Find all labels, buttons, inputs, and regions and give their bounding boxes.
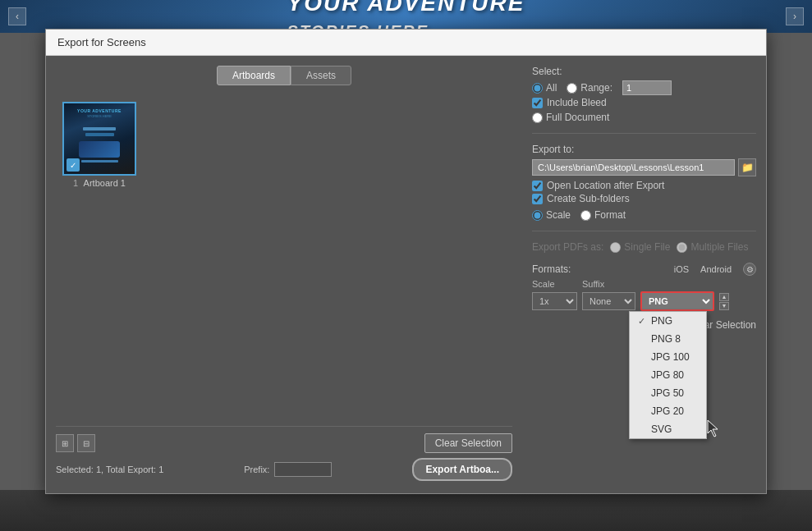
range-radio-label: Range:	[580, 82, 612, 94]
formats-right: iOS Android ⚙	[674, 263, 756, 276]
jpg50-label: JPG 50	[651, 387, 684, 399]
open-location-checkbox[interactable]: Open Location after Export	[532, 180, 756, 191]
png-label: PNG	[651, 315, 672, 327]
export-dialog: Export for Screens Artboards Assets YOUR…	[45, 29, 767, 494]
multiple-files-radio[interactable]: Multiple Files	[677, 241, 748, 253]
select-radio-group: All Range:	[532, 80, 756, 95]
open-location-check[interactable]	[532, 181, 543, 191]
scroll-down-arrow[interactable]: ▼	[719, 302, 729, 310]
jpg80-label: JPG 80	[651, 369, 684, 381]
artboard-checkbox[interactable]: ✓	[67, 158, 80, 172]
dialog-body: Artboards Assets YOUR ADVENTURE STORIES …	[46, 56, 766, 491]
jpg100-label: JPG 100	[651, 351, 690, 363]
dropdown-png[interactable]: ✓ PNG	[630, 312, 706, 330]
suffix-col-header: Suffix	[582, 279, 635, 289]
scale-radio-item[interactable]: Scale	[532, 209, 571, 221]
dropdown-png8[interactable]: PNG 8	[630, 330, 706, 348]
format-radio[interactable]	[580, 210, 591, 221]
range-input[interactable]	[622, 80, 672, 95]
artboard-label: 1 Artboard 1	[62, 178, 136, 188]
left-panel: Artboards Assets YOUR ADVENTURE STORIES …	[46, 56, 522, 491]
create-subfolders-checkbox[interactable]: Create Sub-folders	[532, 193, 756, 204]
view-icons: ⊞ ⊟	[56, 434, 95, 452]
full-doc-radio[interactable]	[532, 112, 543, 123]
divider-1	[532, 133, 756, 134]
range-radio[interactable]	[567, 83, 577, 94]
export-button[interactable]: Export Artboa...	[412, 458, 512, 481]
top-banner: ‹ YOUR ADVENTURE STORIES HERE ›	[0, 0, 812, 33]
prefix-area: Prefix:	[244, 462, 332, 477]
format-select[interactable]: PNG PNG 8 JPG 100 JPG 80 JPG 50 JPG 20 S…	[640, 291, 714, 311]
right-panel: Select: All Range: Include Bleed	[522, 56, 766, 491]
format-dropdown: ✓ PNG PNG 8 JPG 100 J	[629, 311, 707, 439]
formats-section: Formats: iOS Android ⚙ Scale Suffix 1x	[532, 263, 756, 311]
scroll-arrows: ▲ ▼	[719, 293, 729, 310]
prefix-label: Prefix:	[244, 465, 269, 474]
clear-selection-button[interactable]: Clear Selection	[424, 433, 512, 453]
all-radio[interactable]	[532, 83, 543, 94]
export-pdfs-row: Export PDFs as: Single File Multiple Fil…	[532, 241, 756, 253]
right-nav-arrow[interactable]: ›	[786, 7, 804, 25]
export-to-label: Export to:	[532, 144, 756, 155]
dropdown-jpg80[interactable]: JPG 80	[630, 366, 706, 384]
include-bleed-checkbox[interactable]: Include Bleed	[532, 97, 756, 108]
export-path: C:\Users\brian\Desktop\Lessons\Lesson1	[532, 159, 735, 176]
grid-view-icon[interactable]: ⊞	[56, 434, 74, 452]
all-radio-label: All	[546, 82, 557, 94]
scroll-up-arrow[interactable]: ▲	[719, 293, 729, 301]
select-section: Select: All Range: Include Bleed	[532, 66, 756, 123]
prefix-input[interactable]	[274, 462, 332, 477]
select-label: Select:	[532, 66, 756, 77]
range-radio-item[interactable]: Range:	[567, 82, 612, 94]
create-subfolders-label: Create Sub-folders	[547, 193, 630, 204]
format-radio-item[interactable]: Format	[580, 209, 626, 221]
status-row: Selected: 1, Total Export: 1 Prefix: Exp…	[56, 453, 512, 481]
export-to-section: Export to: C:\Users\brian\Desktop\Lesson…	[532, 144, 756, 221]
path-row: C:\Users\brian\Desktop\Lessons\Lesson1 📁	[532, 158, 756, 176]
open-location-label: Open Location after Export	[547, 180, 664, 191]
tab-artboards[interactable]: Artboards	[217, 66, 291, 85]
jpg20-label: JPG 20	[651, 405, 684, 417]
tab-assets[interactable]: Assets	[291, 66, 351, 85]
single-file-radio-input[interactable]	[610, 242, 621, 253]
dropdown-svg[interactable]: SVG	[630, 420, 706, 438]
status-text: Selected: 1, Total Export: 1	[56, 465, 163, 474]
artboard-item[interactable]: YOUR ADVENTURE STORIES HERE	[62, 102, 136, 188]
multiple-files-label: Multiple Files	[690, 241, 748, 253]
gear-icon[interactable]: ⚙	[743, 263, 756, 276]
suffix-select[interactable]: None	[582, 292, 635, 310]
format-row: 1x 2x 3x None PNG PNG 8 JPG 100 JPG 80 J…	[532, 291, 756, 311]
left-nav-arrow[interactable]: ‹	[8, 7, 26, 25]
tabs: Artboards Assets	[56, 66, 512, 85]
multiple-files-radio-input[interactable]	[677, 242, 687, 253]
single-file-radio[interactable]: Single File	[610, 241, 670, 253]
include-bleed-check[interactable]	[532, 98, 543, 108]
scale-select[interactable]: 1x 2x 3x	[532, 292, 577, 310]
ios-label: iOS	[674, 264, 689, 274]
dialog-title: Export for Screens	[46, 30, 766, 56]
artboard-thumbnail: YOUR ADVENTURE STORIES HERE	[62, 102, 136, 176]
svg-label: SVG	[651, 423, 672, 435]
scale-radio-label: Scale	[546, 209, 571, 221]
list-view-icon[interactable]: ⊟	[77, 434, 95, 452]
export-pdfs-label: Export PDFs as:	[532, 241, 603, 253]
folder-button[interactable]: 📁	[738, 158, 756, 176]
left-bottom-controls: ⊞ ⊟ Clear Selection	[56, 426, 512, 453]
include-bleed-label: Include Bleed	[547, 97, 607, 108]
dropdown-jpg50[interactable]: JPG 50	[630, 384, 706, 402]
formats-header: Formats: iOS Android ⚙	[532, 263, 756, 276]
all-radio-item[interactable]: All	[532, 82, 557, 94]
thumb-title: YOUR ADVENTURE	[77, 108, 122, 113]
png8-label: PNG 8	[651, 333, 681, 345]
formats-label: Formats:	[532, 263, 571, 275]
scale-col-header: Scale	[532, 279, 577, 289]
dropdown-jpg100[interactable]: JPG 100	[630, 348, 706, 366]
create-subfolders-check[interactable]	[532, 194, 543, 204]
full-doc-label: Full Document	[546, 112, 609, 123]
scale-radio[interactable]	[532, 210, 543, 221]
dropdown-jpg20[interactable]: JPG 20	[630, 402, 706, 420]
divider-2	[532, 231, 756, 231]
full-document-radio[interactable]: Full Document	[532, 112, 756, 123]
android-label: Android	[700, 264, 732, 274]
png-check: ✓	[638, 316, 648, 327]
